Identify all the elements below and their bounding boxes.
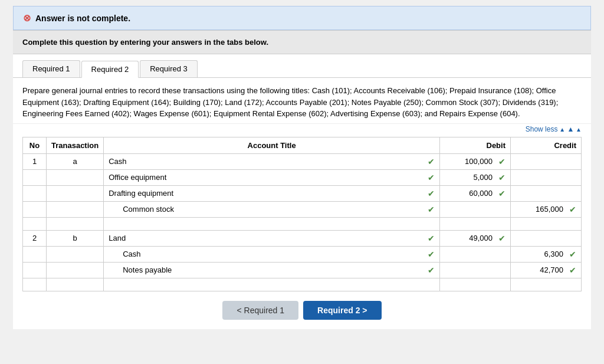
row-credit: [511, 185, 582, 201]
tabs-section: Required 1 Required 2 Required 3: [13, 54, 591, 78]
row-account: Cash✔: [104, 246, 440, 262]
row-transaction: a: [47, 153, 104, 169]
debit-value: 49,000: [469, 234, 493, 242]
row-no: [23, 201, 47, 217]
account-check-icon: ✔: [428, 265, 435, 275]
description-text: Prepare general journal entries to recor…: [22, 86, 558, 118]
row-no: 1: [23, 153, 47, 169]
table-row: Office equipment✔5,000✔: [23, 169, 582, 185]
row-no: [23, 185, 47, 201]
debit-value: 100,000: [465, 157, 493, 166]
row-credit: 6,300✔: [511, 246, 582, 262]
col-header-debit: Debit: [440, 137, 511, 153]
row-account: Cash✔: [104, 153, 440, 169]
account-check-icon: ✔: [428, 189, 435, 198]
row-transaction: b: [47, 230, 104, 246]
account-check-icon: ✔: [428, 250, 435, 259]
credit-value: 165,000: [536, 205, 563, 214]
row-debit: 49,000✔: [440, 230, 511, 246]
row-account: Drafting equipment✔: [104, 185, 440, 201]
debit-check-icon: ✔: [498, 189, 505, 198]
account-name: Land: [109, 234, 126, 242]
table-row: Notes payable✔42,700✔: [23, 262, 582, 278]
debit-check-icon: ✔: [498, 173, 505, 182]
table-row: Common stock✔165,000✔: [23, 201, 582, 217]
row-credit: 165,000✔: [511, 201, 582, 217]
table-row-empty: [23, 217, 582, 230]
table-row: 1aCash✔100,000✔: [23, 153, 582, 169]
tab-required-1[interactable]: Required 1: [22, 60, 80, 77]
account-name: Office equipment: [109, 173, 166, 182]
table-row-empty: [23, 278, 582, 291]
row-transaction: [47, 185, 104, 201]
credit-check-icon: ✔: [569, 205, 576, 214]
row-credit: [511, 153, 582, 169]
account-name: Cash: [109, 157, 126, 166]
table-section: No Tranasaction Account Title Debit Cred…: [13, 137, 591, 291]
prev-button[interactable]: Required 1: [222, 301, 298, 320]
col-header-credit: Credit: [511, 137, 582, 153]
row-debit: [440, 201, 511, 217]
row-no: [23, 169, 47, 185]
account-name: Cash: [109, 250, 140, 258]
description-section: Prepare general journal entries to recor…: [13, 78, 591, 124]
account-check-icon: ✔: [428, 173, 435, 182]
row-credit: 42,700✔: [511, 262, 582, 278]
debit-check-icon: ✔: [498, 234, 505, 243]
row-debit: 5,000✔: [440, 169, 511, 185]
row-transaction: [47, 169, 104, 185]
row-no: 2: [23, 230, 47, 246]
credit-value: 42,700: [540, 265, 563, 274]
debit-value: 5,000: [473, 173, 493, 182]
row-credit: [511, 169, 582, 185]
table-row: Drafting equipment✔60,000✔: [23, 185, 582, 201]
account-name: Drafting equipment: [109, 189, 173, 198]
account-name: Common stock: [109, 205, 174, 214]
tab-required-3[interactable]: Required 3: [140, 60, 198, 77]
col-header-account: Account Title: [104, 137, 440, 153]
journal-table: No Tranasaction Account Title Debit Cred…: [22, 137, 582, 291]
instruction-text: Complete this question by entering your …: [22, 38, 268, 47]
col-header-transaction: Tranasaction: [47, 137, 104, 153]
row-debit: 60,000✔: [440, 185, 511, 201]
row-credit: [511, 230, 582, 246]
table-row: 2bLand✔49,000✔: [23, 230, 582, 246]
account-check-icon: ✔: [428, 234, 435, 243]
main-container: ⊗ Answer is not complete. Complete this …: [13, 6, 591, 329]
next-button[interactable]: Required 2: [303, 301, 381, 320]
row-account: Office equipment✔: [104, 169, 440, 185]
show-less-link[interactable]: Show less ▲: [13, 124, 591, 137]
instruction-bar: Complete this question by entering your …: [13, 30, 591, 54]
tab-required-2[interactable]: Required 2: [81, 61, 139, 78]
row-debit: [440, 246, 511, 262]
row-account: Land✔: [104, 230, 440, 246]
credit-check-icon: ✔: [569, 250, 576, 259]
account-check-icon: ✔: [428, 157, 435, 166]
row-account: Notes payable✔: [104, 262, 440, 278]
debit-check-icon: ✔: [498, 157, 505, 166]
credit-value: 6,300: [544, 250, 563, 258]
row-debit: 100,000✔: [440, 153, 511, 169]
row-transaction: [47, 262, 104, 278]
row-no: [23, 262, 47, 278]
alert-bar: ⊗ Answer is not complete.: [13, 6, 591, 30]
col-header-no: No: [23, 137, 47, 153]
row-no: [23, 246, 47, 262]
row-transaction: [47, 201, 104, 217]
footer-nav: Required 1 Required 2: [13, 291, 591, 329]
alert-icon: ⊗: [23, 12, 31, 24]
account-name: Notes payable: [109, 265, 172, 274]
debit-value: 60,000: [469, 189, 493, 198]
credit-check-icon: ✔: [569, 265, 576, 275]
account-check-icon: ✔: [428, 205, 435, 214]
row-account: Common stock✔: [104, 201, 440, 217]
alert-message: Answer is not complete.: [35, 14, 130, 23]
row-debit: [440, 262, 511, 278]
row-transaction: [47, 246, 104, 262]
table-row: Cash✔6,300✔: [23, 246, 582, 262]
